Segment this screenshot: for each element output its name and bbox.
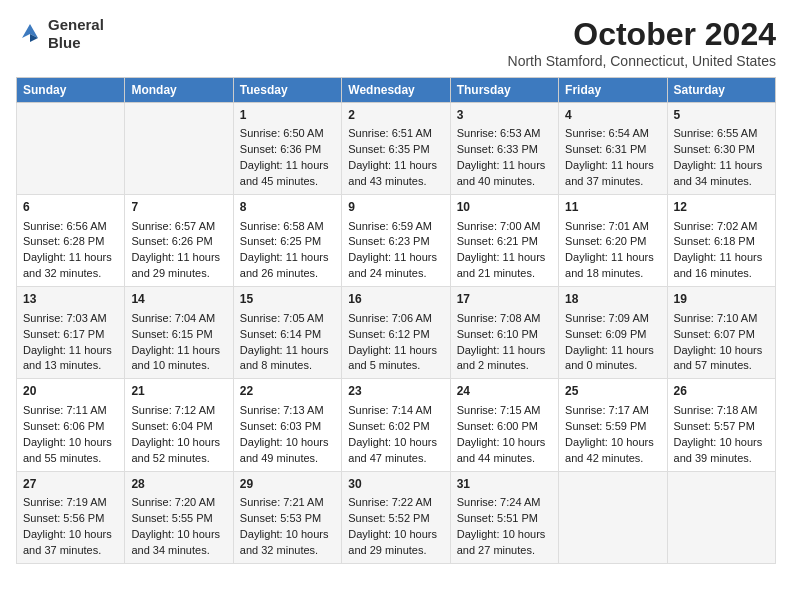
day-info: Sunrise: 6:55 AMSunset: 6:30 PMDaylight:… <box>674 127 763 187</box>
day-number: 25 <box>565 383 660 400</box>
day-number: 27 <box>23 476 118 493</box>
day-info: Sunrise: 7:15 AMSunset: 6:00 PMDaylight:… <box>457 404 546 464</box>
day-info: Sunrise: 7:18 AMSunset: 5:57 PMDaylight:… <box>674 404 763 464</box>
calendar-cell <box>17 103 125 195</box>
calendar-cell: 27Sunrise: 7:19 AMSunset: 5:56 PMDayligh… <box>17 471 125 563</box>
day-info: Sunrise: 6:58 AMSunset: 6:25 PMDaylight:… <box>240 220 329 280</box>
calendar-cell: 13Sunrise: 7:03 AMSunset: 6:17 PMDayligh… <box>17 287 125 379</box>
calendar-cell: 9Sunrise: 6:59 AMSunset: 6:23 PMDaylight… <box>342 195 450 287</box>
day-number: 5 <box>674 107 769 124</box>
calendar-cell: 30Sunrise: 7:22 AMSunset: 5:52 PMDayligh… <box>342 471 450 563</box>
calendar-cell: 11Sunrise: 7:01 AMSunset: 6:20 PMDayligh… <box>559 195 667 287</box>
day-header-wednesday: Wednesday <box>342 78 450 103</box>
day-number: 13 <box>23 291 118 308</box>
calendar-cell: 28Sunrise: 7:20 AMSunset: 5:55 PMDayligh… <box>125 471 233 563</box>
day-number: 17 <box>457 291 552 308</box>
calendar-cell: 8Sunrise: 6:58 AMSunset: 6:25 PMDaylight… <box>233 195 341 287</box>
day-number: 18 <box>565 291 660 308</box>
day-number: 30 <box>348 476 443 493</box>
day-number: 1 <box>240 107 335 124</box>
day-info: Sunrise: 7:11 AMSunset: 6:06 PMDaylight:… <box>23 404 112 464</box>
day-number: 12 <box>674 199 769 216</box>
day-number: 31 <box>457 476 552 493</box>
day-number: 26 <box>674 383 769 400</box>
calendar-cell: 21Sunrise: 7:12 AMSunset: 6:04 PMDayligh… <box>125 379 233 471</box>
day-header-thursday: Thursday <box>450 78 558 103</box>
calendar-cell: 23Sunrise: 7:14 AMSunset: 6:02 PMDayligh… <box>342 379 450 471</box>
title-block: October 2024 North Stamford, Connecticut… <box>508 16 776 69</box>
day-header-tuesday: Tuesday <box>233 78 341 103</box>
day-number: 23 <box>348 383 443 400</box>
day-info: Sunrise: 7:05 AMSunset: 6:14 PMDaylight:… <box>240 312 329 372</box>
calendar-cell: 17Sunrise: 7:08 AMSunset: 6:10 PMDayligh… <box>450 287 558 379</box>
day-number: 14 <box>131 291 226 308</box>
day-number: 15 <box>240 291 335 308</box>
day-info: Sunrise: 7:06 AMSunset: 6:12 PMDaylight:… <box>348 312 437 372</box>
day-info: Sunrise: 7:22 AMSunset: 5:52 PMDaylight:… <box>348 496 437 556</box>
calendar-week-5: 27Sunrise: 7:19 AMSunset: 5:56 PMDayligh… <box>17 471 776 563</box>
day-info: Sunrise: 7:02 AMSunset: 6:18 PMDaylight:… <box>674 220 763 280</box>
page-header: General Blue October 2024 North Stamford… <box>16 16 776 69</box>
day-number: 20 <box>23 383 118 400</box>
calendar-week-4: 20Sunrise: 7:11 AMSunset: 6:06 PMDayligh… <box>17 379 776 471</box>
calendar-cell: 12Sunrise: 7:02 AMSunset: 6:18 PMDayligh… <box>667 195 775 287</box>
day-info: Sunrise: 7:24 AMSunset: 5:51 PMDaylight:… <box>457 496 546 556</box>
day-number: 24 <box>457 383 552 400</box>
calendar-cell: 24Sunrise: 7:15 AMSunset: 6:00 PMDayligh… <box>450 379 558 471</box>
day-number: 16 <box>348 291 443 308</box>
day-info: Sunrise: 6:54 AMSunset: 6:31 PMDaylight:… <box>565 127 654 187</box>
calendar-cell <box>125 103 233 195</box>
calendar-cell: 26Sunrise: 7:18 AMSunset: 5:57 PMDayligh… <box>667 379 775 471</box>
day-info: Sunrise: 7:14 AMSunset: 6:02 PMDaylight:… <box>348 404 437 464</box>
day-number: 3 <box>457 107 552 124</box>
calendar-cell: 25Sunrise: 7:17 AMSunset: 5:59 PMDayligh… <box>559 379 667 471</box>
calendar-cell <box>559 471 667 563</box>
day-number: 19 <box>674 291 769 308</box>
day-number: 28 <box>131 476 226 493</box>
day-number: 22 <box>240 383 335 400</box>
calendar-cell: 1Sunrise: 6:50 AMSunset: 6:36 PMDaylight… <box>233 103 341 195</box>
calendar-cell <box>667 471 775 563</box>
calendar-cell: 15Sunrise: 7:05 AMSunset: 6:14 PMDayligh… <box>233 287 341 379</box>
calendar-table: SundayMondayTuesdayWednesdayThursdayFrid… <box>16 77 776 564</box>
day-number: 4 <box>565 107 660 124</box>
day-info: Sunrise: 6:57 AMSunset: 6:26 PMDaylight:… <box>131 220 220 280</box>
calendar-week-2: 6Sunrise: 6:56 AMSunset: 6:28 PMDaylight… <box>17 195 776 287</box>
day-header-monday: Monday <box>125 78 233 103</box>
calendar-cell: 22Sunrise: 7:13 AMSunset: 6:03 PMDayligh… <box>233 379 341 471</box>
day-info: Sunrise: 6:56 AMSunset: 6:28 PMDaylight:… <box>23 220 112 280</box>
day-info: Sunrise: 7:20 AMSunset: 5:55 PMDaylight:… <box>131 496 220 556</box>
day-number: 2 <box>348 107 443 124</box>
day-info: Sunrise: 7:08 AMSunset: 6:10 PMDaylight:… <box>457 312 546 372</box>
day-number: 29 <box>240 476 335 493</box>
calendar-cell: 31Sunrise: 7:24 AMSunset: 5:51 PMDayligh… <box>450 471 558 563</box>
calendar-cell: 4Sunrise: 6:54 AMSunset: 6:31 PMDaylight… <box>559 103 667 195</box>
day-info: Sunrise: 6:59 AMSunset: 6:23 PMDaylight:… <box>348 220 437 280</box>
day-info: Sunrise: 6:50 AMSunset: 6:36 PMDaylight:… <box>240 127 329 187</box>
logo-icon <box>16 20 44 48</box>
calendar-cell: 2Sunrise: 6:51 AMSunset: 6:35 PMDaylight… <box>342 103 450 195</box>
logo-text: General Blue <box>48 16 104 52</box>
day-header-saturday: Saturday <box>667 78 775 103</box>
day-number: 10 <box>457 199 552 216</box>
day-info: Sunrise: 7:00 AMSunset: 6:21 PMDaylight:… <box>457 220 546 280</box>
day-number: 6 <box>23 199 118 216</box>
day-header-friday: Friday <box>559 78 667 103</box>
calendar-cell: 18Sunrise: 7:09 AMSunset: 6:09 PMDayligh… <box>559 287 667 379</box>
day-number: 11 <box>565 199 660 216</box>
calendar-cell: 5Sunrise: 6:55 AMSunset: 6:30 PMDaylight… <box>667 103 775 195</box>
day-info: Sunrise: 7:10 AMSunset: 6:07 PMDaylight:… <box>674 312 763 372</box>
calendar-cell: 16Sunrise: 7:06 AMSunset: 6:12 PMDayligh… <box>342 287 450 379</box>
day-info: Sunrise: 7:13 AMSunset: 6:03 PMDaylight:… <box>240 404 329 464</box>
calendar-cell: 10Sunrise: 7:00 AMSunset: 6:21 PMDayligh… <box>450 195 558 287</box>
logo: General Blue <box>16 16 104 52</box>
day-info: Sunrise: 7:01 AMSunset: 6:20 PMDaylight:… <box>565 220 654 280</box>
day-info: Sunrise: 7:09 AMSunset: 6:09 PMDaylight:… <box>565 312 654 372</box>
day-number: 9 <box>348 199 443 216</box>
day-info: Sunrise: 7:17 AMSunset: 5:59 PMDaylight:… <box>565 404 654 464</box>
day-info: Sunrise: 6:51 AMSunset: 6:35 PMDaylight:… <box>348 127 437 187</box>
location-text: North Stamford, Connecticut, United Stat… <box>508 53 776 69</box>
day-info: Sunrise: 6:53 AMSunset: 6:33 PMDaylight:… <box>457 127 546 187</box>
day-info: Sunrise: 7:19 AMSunset: 5:56 PMDaylight:… <box>23 496 112 556</box>
day-info: Sunrise: 7:04 AMSunset: 6:15 PMDaylight:… <box>131 312 220 372</box>
